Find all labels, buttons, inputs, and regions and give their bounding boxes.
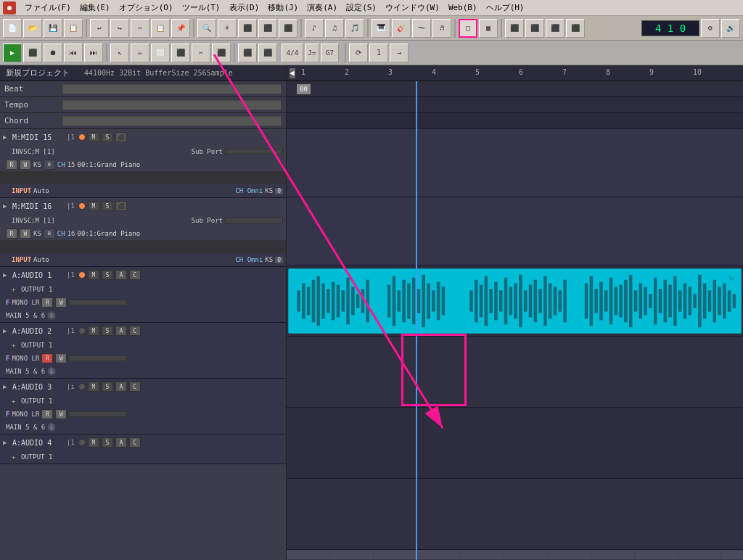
- menu-help[interactable]: ヘルプ(H): [482, 0, 529, 16]
- audio-3-fader[interactable]: [69, 411, 127, 417]
- menu-file[interactable]: ファイル(F): [20, 0, 75, 16]
- glue-btn[interactable]: ⬛: [212, 44, 231, 62]
- menu-move[interactable]: 移動(J): [263, 0, 303, 16]
- audio-clip-1[interactable]: ↻: [288, 268, 742, 334]
- midi-btn[interactable]: ♪: [305, 19, 324, 38]
- expand-icon-1[interactable]: ▶: [3, 133, 10, 141]
- beat-bar[interactable]: [62, 84, 282, 94]
- expand-a4-sub[interactable]: +: [12, 453, 19, 461]
- expand-icon-2[interactable]: ▶: [3, 202, 10, 210]
- audio-3-w[interactable]: W: [55, 409, 67, 419]
- audio-3-c[interactable]: C: [129, 382, 141, 392]
- btn-misc2[interactable]: ⬛: [525, 19, 544, 38]
- snap-btn[interactable]: ⬛: [238, 44, 257, 62]
- audio-1-w[interactable]: W: [55, 297, 67, 308]
- menu-play[interactable]: 演奏(A): [303, 0, 342, 16]
- audio-1-a[interactable]: A: [115, 270, 127, 280]
- piano-btn[interactable]: 🎹: [372, 19, 390, 38]
- track-1-w[interactable]: W: [20, 160, 31, 170]
- track-2-solo[interactable]: S: [102, 201, 113, 211]
- audio-1-rec[interactable]: [78, 271, 86, 279]
- stop-button[interactable]: ⬛: [23, 44, 42, 62]
- track-2-rec[interactable]: [78, 202, 86, 210]
- audio-2-a[interactable]: A: [115, 326, 127, 336]
- midi-btn3[interactable]: 🎵: [345, 19, 364, 38]
- score-btn[interactable]: ♬: [432, 19, 451, 38]
- track-add-button[interactable]: +: [218, 19, 237, 38]
- audio-3-mute[interactable]: M: [88, 382, 99, 392]
- audio-1-fader[interactable]: [69, 300, 127, 305]
- menu-edit[interactable]: 編集(E): [75, 0, 115, 16]
- info-btn-3[interactable]: i: [47, 423, 56, 432]
- audio-2-solo[interactable]: S: [102, 326, 113, 336]
- loop-btn1[interactable]: □: [459, 19, 477, 38]
- track-2-r[interactable]: R: [6, 228, 17, 239]
- info-btn-1[interactable]: i: [47, 311, 56, 320]
- guitar-btn[interactable]: 🎸: [392, 19, 411, 38]
- track-2-mute[interactable]: M: [88, 201, 99, 211]
- redo-button[interactable]: ↪: [110, 19, 129, 38]
- track-1-rec[interactable]: [78, 133, 86, 141]
- zoom-in-button[interactable]: 🔍: [197, 19, 216, 38]
- audio-2-rec[interactable]: [78, 327, 86, 334]
- track-2-ks-num[interactable]: 0: [44, 228, 55, 239]
- info-btn-2[interactable]: i: [47, 367, 56, 376]
- audio-3-rec[interactable]: [78, 383, 86, 390]
- expand-icon-a4[interactable]: ▶: [3, 439, 10, 446]
- audio-2-fader[interactable]: [69, 355, 127, 361]
- loop-btn2[interactable]: ▦: [479, 19, 498, 38]
- audio-2-r[interactable]: R: [41, 353, 53, 363]
- track-1-r[interactable]: R: [6, 160, 17, 170]
- audio-2-w[interactable]: W: [55, 353, 67, 363]
- menu-web[interactable]: Web(B): [444, 0, 482, 16]
- expand-icon-a2[interactable]: ▶: [3, 327, 10, 334]
- btn-misc3[interactable]: ⬛: [546, 19, 565, 38]
- menu-tools[interactable]: ツール(T): [178, 0, 225, 16]
- count-btn[interactable]: 1: [369, 44, 388, 62]
- track-1-ks-num[interactable]: 0: [44, 160, 55, 170]
- audio-4-mute[interactable]: M: [88, 437, 99, 448]
- play-button[interactable]: ▶: [3, 44, 22, 62]
- undo-button[interactable]: ↩: [90, 19, 109, 38]
- open-button[interactable]: 📂: [23, 19, 42, 38]
- paste-button[interactable]: 📌: [171, 19, 190, 38]
- expand-a2-sub[interactable]: +: [12, 342, 19, 349]
- menu-options[interactable]: オプション(O): [115, 0, 178, 16]
- expand-a1-sub[interactable]: +: [12, 286, 19, 293]
- track-1-solo[interactable]: S: [102, 132, 113, 142]
- save-as-button[interactable]: 📋: [64, 19, 83, 38]
- audio-3-solo[interactable]: S: [102, 382, 113, 392]
- record-button[interactable]: ⏺: [44, 44, 62, 62]
- audio-1-c[interactable]: C: [129, 270, 141, 280]
- expand-icon-a1[interactable]: ▶: [3, 271, 10, 279]
- time-sig-btn[interactable]: 4/4: [282, 44, 303, 62]
- audio-3-a[interactable]: A: [115, 382, 127, 392]
- tempo-btn[interactable]: J=: [305, 44, 319, 62]
- audio-4-c[interactable]: C: [129, 437, 141, 448]
- audio-1-solo[interactable]: S: [102, 270, 113, 280]
- midi-btn2[interactable]: ♫: [325, 19, 344, 38]
- loop-on-btn[interactable]: ⟳: [349, 44, 368, 62]
- ruler-scroll-left[interactable]: ◀: [290, 68, 295, 78]
- track-2-w[interactable]: W: [20, 228, 31, 239]
- btn-misc4[interactable]: ⬛: [566, 19, 585, 38]
- wave-btn[interactable]: 〜: [412, 19, 431, 38]
- cut-button[interactable]: ✂: [131, 19, 149, 38]
- menu-settings[interactable]: 設定(S): [342, 0, 381, 16]
- track-1-extra[interactable]: ⬛: [115, 132, 127, 142]
- grid-btn[interactable]: ⬛: [258, 44, 277, 62]
- eraser-btn[interactable]: ⬜: [151, 44, 170, 62]
- chord-bar[interactable]: [62, 116, 282, 126]
- copy-button[interactable]: 📋: [151, 19, 170, 38]
- expand-a3-sub[interactable]: +: [12, 398, 19, 405]
- pencil-btn[interactable]: ✏: [131, 44, 149, 62]
- audio-3-r[interactable]: R: [41, 409, 53, 419]
- menu-view[interactable]: 表示(D): [225, 0, 264, 16]
- audio-2-c[interactable]: C: [129, 326, 141, 336]
- audio-1-r[interactable]: R: [41, 297, 53, 308]
- audio-4-a[interactable]: A: [115, 437, 127, 448]
- cursor-btn[interactable]: ↖: [110, 44, 129, 62]
- scissors-btn[interactable]: ✂: [192, 44, 210, 62]
- save-button[interactable]: 💾: [44, 19, 62, 38]
- track-btn2[interactable]: ⬛: [238, 19, 257, 38]
